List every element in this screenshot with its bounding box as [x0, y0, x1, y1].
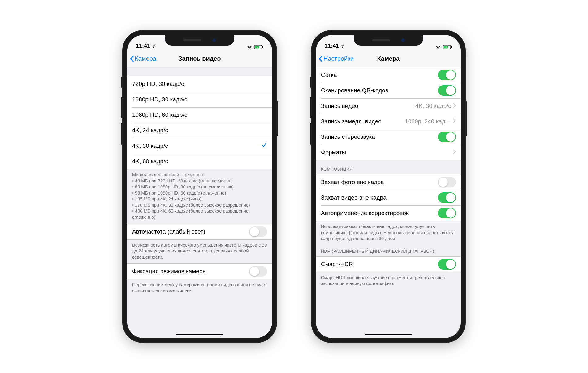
camera-main-group: Сетка Сканирование QR-кодов Запись видео… — [316, 67, 461, 160]
auto-fps-group: Авточастота (слабый свет) — [127, 224, 272, 240]
size-line: • 400 МБ при 4K, 60 кадр/с (более высоко… — [132, 208, 267, 220]
volume-up-button[interactable] — [121, 97, 122, 118]
smart-hdr-row[interactable]: Смарт-HDR — [316, 257, 461, 272]
back-button[interactable]: Камера — [130, 55, 156, 62]
stereo-row[interactable]: Запись стереозвука — [316, 129, 461, 145]
mute-switch[interactable] — [310, 77, 311, 88]
svg-rect-4 — [451, 46, 452, 48]
option-4k-60[interactable]: 4K, 60 кадр/с — [127, 154, 272, 169]
auto-fps-row[interactable]: Авточастота (слабый свет) — [127, 224, 272, 239]
record-slomo-row[interactable]: Запись замедл. видео 1080p, 240 кад… — [316, 114, 461, 129]
option-label: 4K, 30 кадр/с — [132, 143, 261, 149]
auto-apply-row[interactable]: Автоприменение корректировок — [316, 205, 461, 221]
grid-toggle[interactable] — [438, 70, 456, 80]
option-label: 1080p HD, 30 кадр/с — [132, 96, 267, 103]
nav-bar: Настройки Камера — [316, 50, 461, 67]
photo-outside-toggle[interactable] — [438, 177, 456, 187]
nav-title: Запись видео — [178, 55, 221, 62]
formats-label: Форматы — [321, 149, 453, 156]
auto-apply-toggle[interactable] — [438, 208, 456, 218]
grid-row[interactable]: Сетка — [316, 67, 461, 83]
record-video-label: Запись видео — [321, 103, 415, 109]
option-label: 4K, 24 кадр/с — [132, 127, 267, 134]
home-indicator[interactable] — [365, 334, 412, 335]
record-video-row[interactable]: Запись видео 4K, 30 кадр/с — [316, 98, 461, 114]
chevron-right-icon — [453, 149, 456, 156]
video-outside-row[interactable]: Захват видео вне кадра — [316, 190, 461, 205]
option-720p-30[interactable]: 720p HD, 30 кадр/с — [127, 76, 272, 92]
front-camera — [401, 38, 405, 42]
svg-rect-1 — [262, 46, 263, 48]
record-slomo-value: 1080p, 240 кад… — [405, 118, 451, 125]
composition-footer: Используя захват области вне кадра, можн… — [316, 221, 461, 245]
back-label: Камера — [135, 55, 156, 62]
resolution-group: 720p HD, 30 кадр/с 1080p HD, 30 кадр/с 1… — [127, 76, 272, 169]
option-4k-30[interactable]: 4K, 30 кадр/с — [127, 138, 272, 154]
photo-outside-row[interactable]: Захват фото вне кадра — [316, 174, 461, 190]
size-footer: Минута видео составит примерно: • 40 МБ … — [127, 169, 272, 224]
hdr-footer: Смарт-HDR смешивает лучшие фрагменты тре… — [316, 272, 461, 290]
lock-camera-label: Фиксация режимов камеры — [132, 268, 249, 275]
volume-up-button[interactable] — [310, 97, 311, 118]
option-4k-24[interactable]: 4K, 24 кадр/с — [127, 123, 272, 138]
option-label: 4K, 60 кадр/с — [132, 158, 267, 165]
screen: 11:41 Камера Запись видео — [127, 35, 272, 338]
option-label: 1080p HD, 60 кадр/с — [132, 112, 267, 118]
location-icon — [151, 44, 156, 48]
wifi-icon — [247, 45, 252, 49]
option-label: 720p HD, 30 кадр/с — [132, 81, 267, 87]
volume-down-button[interactable] — [310, 123, 311, 145]
size-header: Минута видео составит примерно: — [132, 172, 267, 178]
speaker-grille — [372, 39, 390, 41]
checkmark-icon — [261, 142, 267, 150]
lock-camera-toggle[interactable] — [249, 266, 267, 277]
option-1080p-30[interactable]: 1080p HD, 30 кадр/с — [127, 92, 272, 107]
smart-hdr-toggle[interactable] — [438, 259, 456, 270]
mute-switch[interactable] — [121, 77, 122, 88]
nav-bar: Камера Запись видео — [127, 50, 272, 67]
size-line: • 90 МБ при 1080p HD, 60 кадр/с (сглажен… — [132, 190, 267, 196]
stereo-label: Запись стереозвука — [321, 134, 438, 140]
phone-left: 11:41 Камера Запись видео — [122, 30, 277, 343]
formats-row[interactable]: Форматы — [316, 145, 461, 160]
composition-header: КОМПОЗИЦИЯ — [316, 160, 461, 174]
auto-fps-toggle[interactable] — [249, 226, 267, 237]
location-icon — [340, 44, 344, 48]
auto-apply-label: Автоприменение корректировок — [321, 210, 438, 217]
video-outside-label: Захват видео вне кадра — [321, 194, 438, 201]
qr-label: Сканирование QR-кодов — [321, 87, 438, 94]
volume-down-button[interactable] — [121, 123, 122, 145]
lock-camera-row[interactable]: Фиксация режимов камеры — [127, 264, 272, 279]
chevron-right-icon — [453, 103, 456, 109]
record-video-value: 4K, 30 кадр/с — [415, 103, 451, 109]
lock-camera-group: Фиксация режимов камеры — [127, 263, 272, 279]
size-line: • 135 МБ при 4K, 24 кадр/с (кино) — [132, 196, 267, 202]
hdr-group: Смарт-HDR — [316, 256, 461, 272]
status-time: 11:41 — [325, 43, 339, 49]
home-indicator[interactable] — [176, 334, 223, 335]
auto-fps-label: Авточастота (слабый свет) — [132, 228, 249, 235]
back-button[interactable]: Настройки — [318, 55, 354, 62]
front-camera — [212, 38, 216, 42]
content[interactable]: Сетка Сканирование QR-кодов Запись видео… — [316, 67, 461, 338]
phone-right: 11:41 Настройки Камера — [311, 30, 466, 343]
video-outside-toggle[interactable] — [438, 192, 456, 203]
qr-row[interactable]: Сканирование QR-кодов — [316, 83, 461, 98]
power-button[interactable] — [277, 101, 278, 136]
smart-hdr-label: Смарт-HDR — [321, 261, 438, 268]
option-1080p-60[interactable]: 1080p HD, 60 кадр/с — [127, 107, 272, 123]
content[interactable]: 720p HD, 30 кадр/с 1080p HD, 30 кадр/с 1… — [127, 67, 272, 338]
status-time: 11:41 — [136, 43, 150, 49]
qr-toggle[interactable] — [438, 85, 456, 96]
auto-fps-footer: Возможность автоматического уменьшения ч… — [127, 240, 272, 264]
stereo-toggle[interactable] — [438, 132, 456, 142]
battery-icon — [443, 45, 452, 49]
power-button[interactable] — [466, 101, 467, 136]
size-line: • 40 МБ при 720p HD, 30 кадр/с (меньше м… — [132, 178, 267, 184]
lock-camera-footer: Переключение между камерами во время вид… — [127, 279, 272, 297]
wifi-icon — [435, 45, 441, 49]
record-slomo-label: Запись замедл. видео — [321, 118, 405, 125]
composition-group: Захват фото вне кадра Захват видео вне к… — [316, 174, 461, 221]
nav-title: Камера — [377, 55, 400, 62]
notch — [354, 35, 423, 46]
